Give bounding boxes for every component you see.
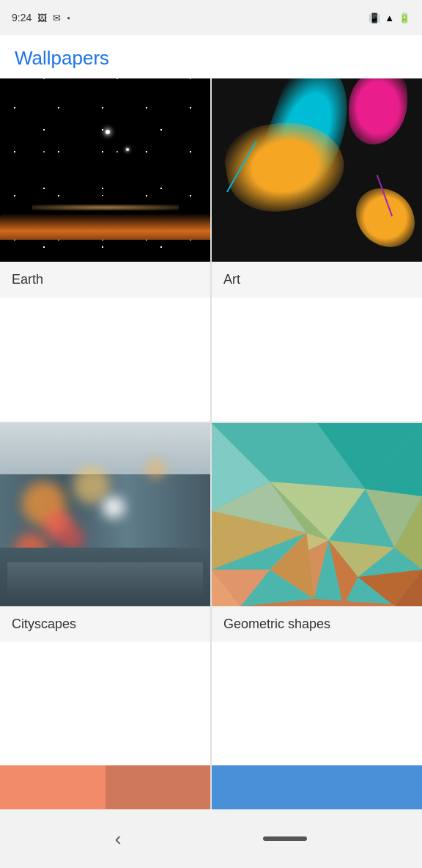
- vibrate-icon: 📳: [369, 12, 380, 23]
- art-label: Art: [212, 262, 422, 298]
- wallpaper-grid: Earth Art Cityscapes: [0, 78, 422, 765]
- bokeh-3: [73, 467, 110, 504]
- header: Wallpapers: [0, 35, 422, 78]
- wallpaper-cell-art[interactable]: Art: [212, 78, 422, 422]
- dot-icon: ●: [67, 15, 70, 21]
- geometric-swatch-1: [212, 765, 422, 809]
- battery-icon: 🔋: [399, 12, 410, 23]
- status-bar-left: 9:24 🖼 ✉ ●: [12, 12, 70, 23]
- home-indicator[interactable]: [263, 836, 307, 841]
- art-thumbnail: [212, 78, 422, 262]
- status-time: 9:24: [12, 12, 32, 23]
- earth-glow: [32, 205, 179, 210]
- page-title: Wallpapers: [15, 47, 407, 70]
- bokeh-7: [147, 460, 165, 478]
- earth-horizon: [0, 196, 210, 240]
- geometric-label: Geometric shapes: [212, 606, 422, 642]
- back-button[interactable]: ‹: [115, 828, 122, 850]
- city-road: [0, 548, 210, 606]
- earth-swatch-2: [106, 765, 211, 809]
- bokeh-4: [103, 496, 125, 518]
- earth-swatch-1: [0, 765, 106, 809]
- wallpaper-cell-earth[interactable]: Earth: [0, 78, 210, 422]
- status-bar: 9:24 🖼 ✉ ● 📳 ▲ 🔋: [0, 0, 422, 35]
- earth-thumbnail: [0, 78, 210, 262]
- wallpaper-cell-geometric[interactable]: Geometric shapes: [212, 423, 422, 766]
- star-1: [106, 130, 110, 134]
- art-splash-pink: [349, 78, 407, 144]
- geometric-thumbnail: [212, 423, 422, 606]
- nav-bar: ‹: [0, 809, 422, 868]
- earth-swatches: [0, 765, 210, 809]
- geometric-swatches: [212, 765, 422, 809]
- earth-label: Earth: [0, 262, 210, 298]
- mail-icon: ✉: [53, 12, 61, 23]
- wallpaper-cell-cityscapes[interactable]: Cityscapes: [0, 423, 210, 766]
- image-icon: 🖼: [37, 12, 47, 23]
- status-bar-right: 📳 ▲ 🔋: [369, 12, 410, 23]
- cityscapes-label: Cityscapes: [0, 606, 210, 642]
- wifi-icon: ▲: [385, 12, 394, 23]
- geometric-svg: [212, 423, 422, 606]
- city-thumbnail: [0, 423, 210, 606]
- swatches-row: [0, 765, 422, 809]
- city-road-reflection: [7, 562, 203, 599]
